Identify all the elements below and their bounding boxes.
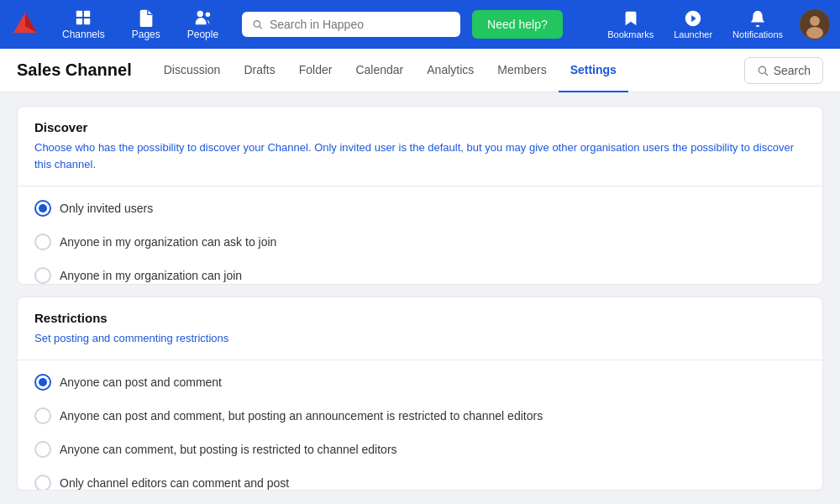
sub-nav-search-button[interactable]: Search xyxy=(744,57,823,84)
restrictions-option-editors-only-label: Only channel editors can comment and pos… xyxy=(60,476,289,490)
restrictions-option-anyone-post[interactable]: Anyone can post and comment xyxy=(18,365,822,399)
discover-option-ask-join-label: Anyone in my organization can ask to joi… xyxy=(60,235,276,249)
discover-option-only-invited-label: Only invited users xyxy=(60,202,153,215)
discover-options: Only invited users Anyone in my organiza… xyxy=(18,186,822,285)
radio-anyone-join[interactable] xyxy=(34,267,51,284)
restrictions-card: Restrictions Set posting and commenting … xyxy=(17,297,823,491)
bookmarks-label: Bookmarks xyxy=(607,29,654,39)
sub-search-icon xyxy=(757,65,769,76)
nav-item-notifications[interactable]: Notifications xyxy=(724,4,791,45)
pages-icon xyxy=(137,8,155,27)
radio-editors-only[interactable] xyxy=(34,475,51,491)
restrictions-option-anyone-post-label: Anyone can post and comment xyxy=(60,375,222,389)
nav-item-pages[interactable]: Pages xyxy=(120,3,172,45)
sub-nav: Sales Channel Discussion Drafts Folder C… xyxy=(0,49,840,92)
discover-option-anyone-join[interactable]: Anyone in my organization can join xyxy=(18,259,822,285)
bookmarks-icon xyxy=(622,9,640,28)
need-help-button[interactable]: Need help? xyxy=(472,10,563,39)
restrictions-description: Set posting and commenting restrictions xyxy=(34,330,806,347)
nav-item-channels[interactable]: Channels xyxy=(50,3,117,45)
top-nav: Channels Pages People Need help? Bookmar… xyxy=(0,0,840,49)
discover-description: Choose who has the possibility to discov… xyxy=(34,139,806,172)
content-area: Discover Choose who has the possibility … xyxy=(0,92,840,504)
tab-settings[interactable]: Settings xyxy=(559,49,628,92)
restrictions-card-header: Restrictions Set posting and commenting … xyxy=(18,297,822,361)
svg-point-9 xyxy=(810,16,820,26)
radio-restricted-posting[interactable] xyxy=(34,441,51,458)
svg-point-6 xyxy=(254,21,260,27)
restrictions-option-restricted-announcement[interactable]: Anyone can post and comment, but posting… xyxy=(18,399,822,433)
radio-only-invited[interactable] xyxy=(34,200,51,217)
restrictions-option-editors-only[interactable]: Only channel editors can comment and pos… xyxy=(18,466,822,491)
notifications-icon xyxy=(748,9,767,28)
svg-rect-3 xyxy=(84,18,90,24)
channels-label: Channels xyxy=(62,29,105,40)
tab-discussion[interactable]: Discussion xyxy=(152,49,233,92)
discover-option-anyone-join-label: Anyone in my organization can join xyxy=(60,269,242,282)
sub-search-label: Search xyxy=(774,64,811,77)
svg-point-5 xyxy=(206,13,211,17)
launcher-icon xyxy=(684,9,702,28)
svg-rect-2 xyxy=(76,18,82,24)
discover-option-ask-join[interactable]: Anyone in my organization can ask to joi… xyxy=(18,225,822,259)
people-icon xyxy=(193,8,212,27)
nav-item-bookmarks[interactable]: Bookmarks xyxy=(599,4,662,45)
search-icon xyxy=(252,18,263,30)
restrictions-option-restricted-posting[interactable]: Anyone can comment, but posting is restr… xyxy=(18,433,822,466)
restrictions-option-restricted-announcement-label: Anyone can post and comment, but posting… xyxy=(60,409,543,423)
nav-item-people[interactable]: People xyxy=(176,3,230,45)
tab-calendar[interactable]: Calendar xyxy=(344,49,415,92)
svg-rect-1 xyxy=(84,11,90,17)
tab-members[interactable]: Members xyxy=(486,49,558,92)
svg-line-7 xyxy=(260,26,262,29)
page-title: Sales Channel xyxy=(17,60,132,80)
nav-item-launcher[interactable]: Launcher xyxy=(665,4,721,45)
search-bar[interactable] xyxy=(242,12,460,37)
discover-title: Discover xyxy=(34,120,806,134)
avatar[interactable] xyxy=(800,9,830,39)
app-logo[interactable] xyxy=(10,9,40,39)
pages-label: Pages xyxy=(132,29,160,40)
restrictions-option-restricted-posting-label: Anyone can comment, but posting is restr… xyxy=(60,443,397,456)
avatar-image xyxy=(800,9,830,39)
launcher-label: Launcher xyxy=(674,29,712,39)
discover-card: Discover Choose who has the possibility … xyxy=(17,106,823,285)
radio-anyone-post[interactable] xyxy=(34,374,51,391)
radio-restricted-announcement[interactable] xyxy=(34,407,51,424)
restrictions-title: Restrictions xyxy=(34,311,806,325)
tab-bar: Discussion Drafts Folder Calendar Analyt… xyxy=(152,49,744,92)
notifications-label: Notifications xyxy=(732,29,783,39)
svg-point-10 xyxy=(806,27,823,39)
discover-option-only-invited[interactable]: Only invited users xyxy=(18,192,822,225)
search-input[interactable] xyxy=(270,18,450,31)
svg-rect-0 xyxy=(76,11,82,17)
people-label: People xyxy=(187,29,218,40)
tab-drafts[interactable]: Drafts xyxy=(232,49,286,92)
discover-card-header: Discover Choose who has the possibility … xyxy=(18,107,822,186)
restrictions-options: Anyone can post and comment Anyone can p… xyxy=(18,360,822,491)
channels-icon xyxy=(74,8,92,27)
svg-point-4 xyxy=(197,11,203,17)
svg-point-11 xyxy=(759,66,765,73)
tab-folder[interactable]: Folder xyxy=(287,49,344,92)
svg-line-12 xyxy=(764,72,767,75)
radio-ask-join[interactable] xyxy=(34,234,51,250)
tab-analytics[interactable]: Analytics xyxy=(415,49,486,92)
